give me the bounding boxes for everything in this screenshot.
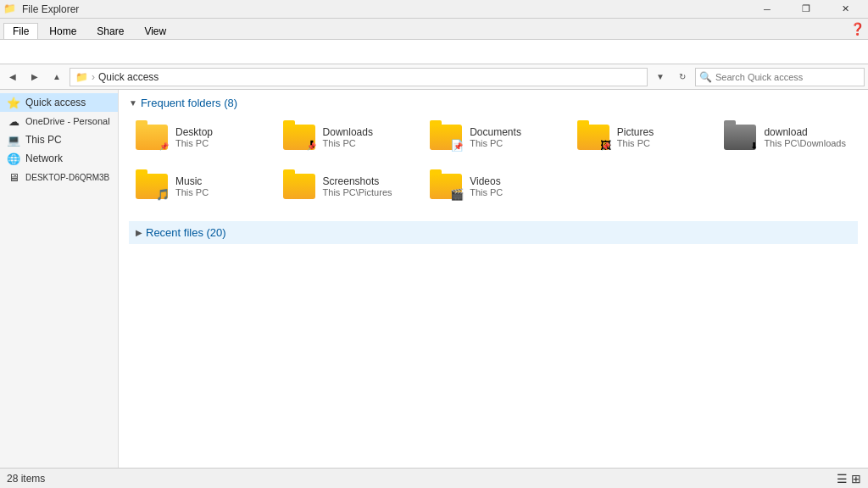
tab-share[interactable]: Share xyxy=(87,23,133,39)
back-button[interactable]: ◀ xyxy=(3,68,22,86)
search-icon: 🔍 xyxy=(699,71,712,83)
cloud-icon: ☁ xyxy=(7,114,20,128)
frequent-folders-title: Frequent folders (8) xyxy=(141,97,237,109)
forward-button[interactable]: ▶ xyxy=(25,68,44,86)
sidebar-item-this-pc-label: This PC xyxy=(25,134,62,146)
folder-info-desktop: Desktop This PC xyxy=(175,126,213,148)
folder-icon-downloads: ⬇ 📌 xyxy=(282,122,316,152)
folder-item-videos[interactable]: 🎬 Videos This PC xyxy=(423,165,564,208)
recent-files-header[interactable]: ▶ Recent files (20) xyxy=(136,226,851,239)
content-area: ▼ Frequent folders (8) 📌 Desktop This PC xyxy=(119,90,868,468)
folder-icon-documents: 📄 📌 xyxy=(429,122,463,152)
folder-item-desktop[interactable]: 📌 Desktop This PC xyxy=(129,116,270,158)
sidebar-item-network-label: Network xyxy=(25,152,63,164)
sidebar-item-desktop-label: DESKTOP-D6QRM3B xyxy=(25,173,109,182)
tab-file[interactable]: File xyxy=(3,23,38,40)
maximize-button[interactable]: ❐ xyxy=(787,0,826,19)
chevron-right-icon: ▶ xyxy=(136,228,142,237)
recent-files-title: Recent files (20) xyxy=(146,226,226,239)
folder-icon-music: 🎵 xyxy=(135,171,169,202)
up-button[interactable]: ▲ xyxy=(47,68,66,86)
sidebar: ⭐ Quick access ☁ OneDrive - Personal 💻 T… xyxy=(0,90,119,468)
folder-icon-pictures: 🖼 📌 xyxy=(576,122,610,152)
ribbon: File Home Share View ❓ xyxy=(0,19,868,64)
file-explorer-icon: 📁 xyxy=(3,3,17,16)
title-bar: 📁 File Explorer ─ ❐ ✕ xyxy=(0,0,868,19)
folder-icon-download: ⬇ xyxy=(723,122,757,152)
view-grid-icon[interactable]: ⊞ xyxy=(851,472,861,485)
folder-item-documents[interactable]: 📄 📌 Documents This PC xyxy=(423,116,564,158)
close-button[interactable]: ✕ xyxy=(826,0,865,19)
folder-icon-screenshots xyxy=(282,171,316,202)
breadcrumb-root-icon: 📁 xyxy=(75,71,88,83)
sidebar-item-this-pc[interactable]: 💻 This PC xyxy=(0,130,118,149)
folder-icon-videos: 🎬 xyxy=(429,171,463,202)
title-controls: ─ ❐ ✕ xyxy=(748,0,865,19)
breadcrumb-current: Quick access xyxy=(98,71,159,83)
network-icon: 🌐 xyxy=(7,152,20,165)
folder-icon-desktop: 📌 xyxy=(135,122,169,152)
view-list-icon[interactable]: ☰ xyxy=(837,472,848,485)
sidebar-item-quick-access[interactable]: ⭐ Quick access xyxy=(0,93,118,112)
minimize-button[interactable]: ─ xyxy=(748,0,787,19)
recent-files-section: ▶ Recent files (20) xyxy=(129,221,858,244)
breadcrumb[interactable]: 📁 › Quick access xyxy=(70,68,648,86)
title-text: File Explorer xyxy=(22,3,79,15)
folder-item-download[interactable]: ⬇ download This PC\Downloads xyxy=(717,116,858,158)
status-right: ☰ ⊞ xyxy=(837,472,861,485)
frequent-folders-header[interactable]: ▼ Frequent folders (8) xyxy=(129,97,858,109)
sidebar-item-onedrive-label: OneDrive - Personal xyxy=(25,116,110,126)
breadcrumb-dropdown[interactable]: ▼ xyxy=(651,68,670,86)
desktop-icon: 🖥 xyxy=(7,170,20,184)
sidebar-item-network[interactable]: 🌐 Network xyxy=(0,149,118,168)
help-icon[interactable]: ❓ xyxy=(850,22,865,36)
star-icon: ⭐ xyxy=(7,96,20,109)
search-box: 🔍 xyxy=(695,68,865,86)
folder-item-pictures[interactable]: 🖼 📌 Pictures This PC xyxy=(570,116,711,158)
refresh-button[interactable]: ↻ xyxy=(673,68,692,86)
address-bar: ◀ ▶ ▲ 📁 › Quick access ▼ ↻ 🔍 xyxy=(0,64,868,90)
computer-icon: 💻 xyxy=(7,133,20,147)
status-bar: 28 items ☰ ⊞ xyxy=(0,468,868,488)
tab-view[interactable]: View xyxy=(135,23,175,39)
folders-grid: 📌 Desktop This PC ⬇ 📌 Downloads xyxy=(129,116,858,208)
folder-item-screenshots[interactable]: Screenshots This PC\Pictures xyxy=(276,165,417,208)
title-left: 📁 File Explorer xyxy=(3,3,79,16)
tab-home[interactable]: Home xyxy=(40,23,86,39)
sidebar-item-quick-access-label: Quick access xyxy=(25,97,86,108)
ribbon-commands xyxy=(0,39,868,64)
folder-item-downloads[interactable]: ⬇ 📌 Downloads This PC xyxy=(276,116,417,158)
ribbon-tabs: File Home Share View ❓ xyxy=(0,19,868,39)
item-count: 28 items xyxy=(7,473,45,485)
search-input[interactable] xyxy=(715,72,860,82)
main-content: ⭐ Quick access ☁ OneDrive - Personal 💻 T… xyxy=(0,90,868,468)
chevron-down-icon: ▼ xyxy=(129,98,137,108)
sidebar-item-desktop[interactable]: 🖥 DESKTOP-D6QRM3B xyxy=(0,168,118,186)
breadcrumb-separator: › xyxy=(92,71,95,83)
sidebar-item-onedrive[interactable]: ☁ OneDrive - Personal xyxy=(0,112,118,130)
folder-item-music[interactable]: 🎵 Music This PC xyxy=(129,165,270,208)
